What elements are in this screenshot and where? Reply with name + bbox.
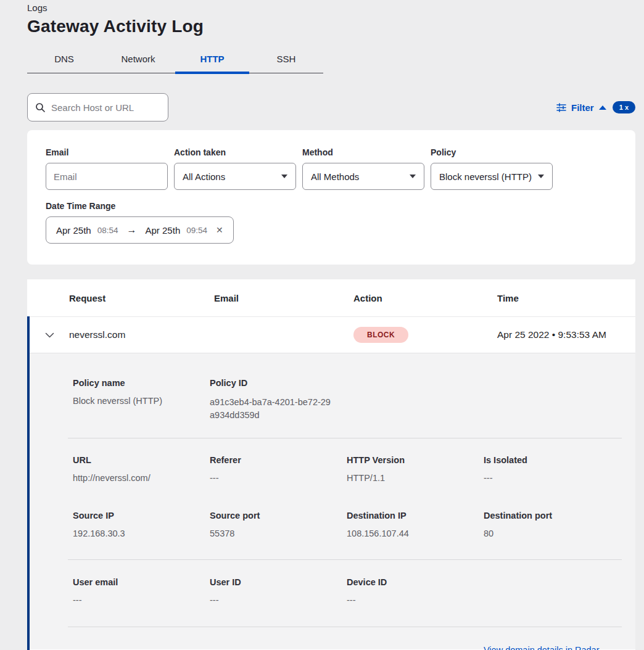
activity-log-table: Request Email Action Time neverssl.com B… [27, 279, 635, 650]
destination-port-label: Destination port [484, 511, 622, 520]
referer-value: --- [210, 473, 347, 483]
email-filter-input[interactable] [46, 163, 168, 190]
end-date[interactable]: Apr 25th [146, 225, 181, 236]
action-taken-value: All Actions [183, 171, 225, 182]
filter-icon [556, 102, 566, 112]
status-badge: BLOCK [353, 327, 408, 343]
action-cell: BLOCK [353, 327, 497, 343]
filter-toggle-button[interactable]: Filter [556, 102, 606, 113]
destination-port-value: 80 [484, 529, 622, 538]
col-time: Time [497, 293, 635, 303]
source-port-value: 55378 [210, 529, 347, 538]
search-box[interactable] [27, 93, 168, 121]
table-header-row: Request Email Action Time [27, 279, 635, 316]
action-taken-select[interactable]: All Actions [174, 163, 296, 190]
policy-name-label: Policy name [73, 378, 210, 388]
col-action: Action [353, 293, 497, 303]
referer-label: Referer [210, 455, 347, 465]
source-port-label: Source port [210, 511, 347, 520]
date-range-label: Date Time Range [46, 201, 617, 211]
start-date[interactable]: Apr 25th [56, 225, 91, 236]
tab-http[interactable]: HTTP [175, 47, 249, 73]
policy-label: Policy [431, 147, 553, 157]
policy-value: Block neverssl (HTTP) [439, 171, 532, 182]
source-ip-value: 192.168.30.3 [73, 529, 210, 538]
user-email-label: User email [73, 577, 210, 587]
method-value: All Methods [311, 171, 359, 182]
breadcrumb: Logs [27, 0, 635, 13]
clear-date-icon[interactable]: ✕ [216, 225, 223, 235]
filter-label: Filter [571, 102, 594, 113]
policy-name-value: Block neverssl (HTTP) [73, 396, 210, 406]
user-id-value: --- [210, 595, 347, 605]
chevron-down-icon [410, 175, 416, 178]
policy-id-link[interactable]: a91c3eb4-ba7a-4201-be72-29a934dd359d [210, 396, 333, 422]
destination-ip-label: Destination IP [347, 511, 484, 520]
http-version-value: HTTP/1.1 [347, 473, 484, 483]
filter-panel: Email Action taken All Actions Method Al… [27, 130, 635, 265]
table-row[interactable]: neverssl.com BLOCK Apr 25 2022 • 9:53:53… [30, 316, 635, 353]
is-isolated-label: Is Isolated [484, 455, 622, 465]
device-id-value: --- [347, 595, 484, 605]
chevron-down-icon [281, 175, 287, 178]
source-ip-label: Source IP [73, 511, 210, 520]
search-input[interactable] [51, 102, 174, 113]
device-id-label: Device ID [347, 577, 484, 587]
is-isolated-value: --- [484, 473, 622, 483]
log-detail-panel: Policy name Block neverssl (HTTP) Policy… [30, 353, 635, 649]
email-filter-label: Email [46, 147, 168, 157]
filter-count-badge[interactable]: 1 x [613, 101, 635, 113]
url-value: http://neverssl.com/ [73, 473, 210, 483]
search-icon [35, 102, 46, 113]
col-request: Request [69, 293, 214, 303]
collapse-caret-icon [599, 105, 606, 110]
chevron-down-icon [538, 175, 544, 178]
request-cell: neverssl.com [69, 329, 214, 340]
end-time[interactable]: 09:54 [186, 226, 207, 235]
policy-select[interactable]: Block neverssl (HTTP) [431, 163, 553, 190]
time-cell: Apr 25 2022 • 9:53:53 AM [497, 329, 635, 340]
radar-details-link[interactable]: View domain details in Radar → [484, 645, 611, 650]
policy-id-label: Policy ID [210, 378, 347, 388]
user-email-value: --- [73, 595, 210, 605]
user-id-label: User ID [210, 577, 347, 587]
action-taken-label: Action taken [174, 147, 296, 157]
url-label: URL [73, 455, 210, 465]
tab-ssh[interactable]: SSH [249, 47, 323, 73]
expanded-log-entry: neverssl.com BLOCK Apr 25 2022 • 9:53:53… [27, 316, 635, 650]
tab-network[interactable]: Network [101, 47, 175, 73]
page-title: Gateway Activity Log [27, 17, 635, 36]
start-time[interactable]: 08:54 [97, 226, 118, 235]
date-range-picker[interactable]: Apr 25th 08:54 → Apr 25th 09:54 ✕ [46, 216, 234, 244]
log-type-tabs: DNS Network HTTP SSH [27, 47, 323, 73]
method-label: Method [302, 147, 424, 157]
http-version-label: HTTP Version [347, 455, 484, 465]
tab-dns[interactable]: DNS [27, 47, 101, 73]
col-email: Email [214, 293, 353, 303]
method-select[interactable]: All Methods [302, 163, 424, 190]
chevron-down-icon[interactable] [45, 332, 54, 338]
destination-ip-value: 108.156.107.44 [347, 529, 484, 538]
range-arrow-icon: → [127, 224, 137, 236]
